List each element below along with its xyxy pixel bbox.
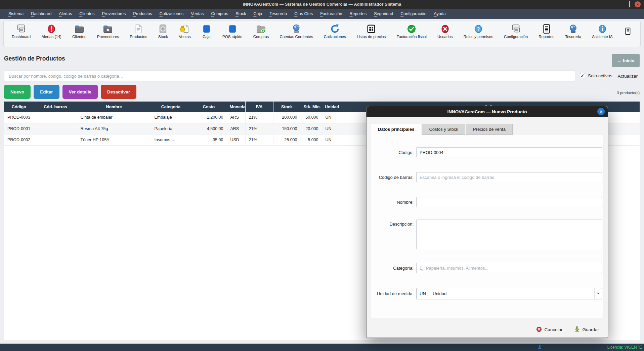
tab-precios-de-venta[interactable]: Precios de venta — [466, 124, 513, 135]
toolbar-alertas[interactable]: Alertas (14) — [41, 24, 61, 39]
menu-item-compras[interactable]: Compras — [207, 10, 232, 17]
editar-button[interactable]: Editar — [34, 85, 59, 99]
menu-item-clientes[interactable]: Clientes — [76, 10, 98, 17]
table-cell: PROD-0001 — [4, 123, 34, 134]
toolbar-label: Stock — [158, 35, 168, 39]
toolbar-documento[interactable] — [624, 25, 632, 36]
actualizar-button[interactable]: Actualizar — [618, 74, 638, 79]
toolbar-pos-rapido[interactable]: POS rápido — [222, 24, 242, 39]
cancel-button[interactable]: Cancelar — [536, 326, 562, 333]
toolbar-proveedores[interactable]: Proveedores — [97, 24, 119, 39]
column-header-8[interactable]: Stk. Min. — [301, 102, 322, 112]
menu-item-alertas[interactable]: Alertas — [55, 10, 76, 17]
toolbar-cuentas-corrientes[interactable]: Cuentas Corrientes — [280, 24, 313, 39]
tab-costos-y-stock[interactable]: Costos y Stock — [422, 124, 465, 135]
menu-item-configuración[interactable]: Configuración — [397, 10, 430, 17]
column-header-2[interactable]: Nombre — [77, 102, 151, 112]
user-icon — [538, 345, 542, 351]
menu-item-stock[interactable]: Stock — [232, 10, 250, 17]
nombre-field[interactable] — [416, 197, 602, 207]
toolbar-dashboard[interactable]: Dashboard — [12, 24, 31, 39]
column-header-0[interactable]: Código — [4, 102, 34, 112]
home-button[interactable]: ← Inicio — [612, 54, 640, 67]
menu-item-sistema[interactable]: Sistema — [5, 10, 27, 17]
menu-item-reportes[interactable]: Reportes — [346, 10, 370, 17]
toolbar-asistente-ia[interactable]: Asistente IA — [592, 24, 612, 39]
chevron-down-icon: ▼ — [594, 288, 602, 299]
column-header-4[interactable]: Costo — [191, 102, 227, 112]
table-cell: 150.000 — [273, 123, 301, 134]
cancel-icon — [536, 326, 542, 333]
tab-datos-principales[interactable]: Datos principales — [371, 124, 421, 135]
menu-item-proveedores[interactable]: Proveedores — [98, 10, 129, 17]
table-cell — [34, 123, 77, 134]
menu-item-seguridad[interactable]: Seguridad — [370, 10, 397, 17]
toolbar-compras[interactable]: Compras — [253, 24, 269, 39]
menu-item-caja[interactable]: Caja — [250, 10, 266, 17]
ver-detalle-button[interactable]: Ver detalle — [62, 85, 98, 99]
column-header-1[interactable]: Cód. barras — [34, 102, 77, 112]
toolbar-label: POS rápido — [222, 35, 242, 39]
dialog-tabs: Datos principalesCostos y StockPrecios d… — [371, 124, 513, 135]
column-header-5[interactable]: Moneda — [227, 102, 245, 112]
menu-item-facturación[interactable]: Facturación — [316, 10, 346, 17]
column-header-9[interactable]: Unidad — [322, 102, 342, 112]
maximize-icon[interactable] — [629, 1, 630, 7]
toolbar-label: Dashboard — [12, 35, 31, 39]
table-cell: 21% — [245, 134, 273, 145]
toolbar-roles-y-permisos[interactable]: ?Roles y permisos — [464, 24, 493, 39]
svg-text:?: ? — [477, 26, 480, 32]
toolbar-configuracion[interactable]: Configuración — [504, 24, 528, 39]
toolbar-productos[interactable]: Productos — [130, 24, 147, 39]
menu-item-tesorería[interactable]: Tesorería — [266, 10, 291, 17]
descripcion-field[interactable] — [416, 220, 602, 249]
globe-base-icon — [291, 24, 301, 34]
column-header-3[interactable]: Categoría — [151, 102, 191, 112]
toolbar-cotizaciones[interactable]: Cotizaciones — [324, 24, 346, 39]
categoria-field[interactable] — [416, 263, 602, 273]
toolbar-listas-de-precios[interactable]: Listas de precios — [357, 24, 386, 39]
table-cell: USD — [227, 134, 245, 145]
table-cell: Papelería — [151, 123, 191, 134]
toolbar-ventas[interactable]: Ventas — [179, 24, 190, 39]
codigo-barras-field[interactable] — [416, 172, 602, 182]
blue-box-icon — [202, 24, 212, 34]
blue-box-icon — [227, 24, 238, 34]
toolbar-label: Configuración — [504, 35, 528, 39]
solo-activos-filter[interactable]: Solo activos — [580, 73, 612, 78]
categoria-row: Categoría: — [370, 263, 602, 273]
toolbar-label: Roles y permisos — [464, 35, 493, 39]
menu-item-productos[interactable]: Productos — [129, 10, 156, 17]
save-button[interactable]: Guardar — [574, 326, 599, 333]
menu-item-ctas-ctes[interactable]: Ctas Ctes — [291, 10, 316, 17]
dialog-titlebar: INNOVAGestCom — Nuevo Producto — [367, 106, 608, 117]
globe-icon — [568, 24, 578, 34]
menubar: SistemaDashboardAlertasClientesProveedor… — [0, 9, 644, 19]
solo-activos-checkbox[interactable] — [580, 73, 585, 78]
grid-icon — [366, 24, 376, 34]
codigo-field[interactable] — [416, 147, 602, 157]
unidad-medida-value: UN — Unidad — [420, 291, 446, 296]
toolbar-reportes[interactable]: Reportes — [539, 24, 554, 39]
toolbar-label: Asistente IA — [592, 35, 612, 39]
toolbar-usuarios[interactable]: Usuarios — [437, 24, 453, 39]
menu-item-cotizaciones[interactable]: Cotizaciones — [156, 10, 187, 17]
page-title: Gestión de Productos — [4, 55, 65, 62]
toolbar-stock[interactable]: Stock — [158, 24, 168, 39]
desactivar-button[interactable]: Desactivar — [101, 85, 136, 99]
dialog-close-icon[interactable] — [597, 108, 605, 115]
toolbar-tesoreria[interactable]: Tesorería — [565, 24, 581, 39]
unidad-medida-select[interactable]: UN — Unidad▼ — [416, 288, 602, 299]
toolbar-facturacion-fiscal[interactable]: Facturación fiscal — [396, 24, 426, 39]
search-input[interactable] — [4, 71, 575, 81]
column-header-7[interactable]: Stock — [273, 102, 301, 112]
close-icon[interactable] — [635, 1, 641, 7]
toolbar-caja[interactable]: Caja — [202, 24, 212, 39]
product-count: 3 producto(s) — [617, 91, 640, 95]
column-header-6[interactable]: IVA — [245, 102, 273, 112]
menu-item-ventas[interactable]: Ventas — [187, 10, 207, 17]
menu-item-ayuda[interactable]: Ayuda — [430, 10, 449, 17]
menu-item-dashboard[interactable]: Dashboard — [27, 10, 55, 17]
nuevo-button[interactable]: Nuevo — [4, 85, 31, 99]
toolbar-clientes[interactable]: Clientes — [72, 24, 86, 39]
